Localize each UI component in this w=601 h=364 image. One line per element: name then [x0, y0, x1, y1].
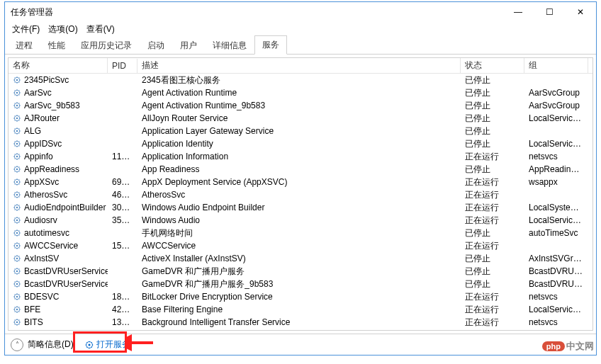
table-row[interactable]: AJRouterAllJoyn Router Service已停止LocalSe…: [9, 112, 592, 125]
table-header: 名称 PID 描述 状态 组: [9, 58, 592, 74]
cell-desc: AllJoyn Router Service: [137, 113, 461, 124]
svg-point-3: [16, 92, 18, 94]
table-row[interactable]: AarSvcAgent Activation Runtime已停止AarSvcG…: [9, 86, 592, 99]
table-row[interactable]: AudioEndpointBuilder3084Windows Audio En…: [9, 201, 592, 214]
service-gear-icon: [13, 318, 21, 326]
cell-pid: [108, 92, 137, 93]
cell-desc: Windows Audio: [137, 215, 461, 226]
task-manager-window: 任务管理器 — ☐ ✕ 文件(F) 选项(O) 查看(V) 进程性能应用历史记录…: [4, 1, 597, 356]
svg-point-11: [16, 143, 18, 145]
table-body[interactable]: 2345PicSvc2345看图王核心服务已停止AarSvcAgent Acti…: [9, 74, 592, 330]
svg-point-33: [16, 283, 18, 285]
minimize-button[interactable]: —: [502, 2, 534, 22]
table-row[interactable]: BFE4228Base Filtering Engine正在运行LocalSer…: [9, 303, 592, 316]
table-row[interactable]: BluetoothUserService蓝牙用户支持服务已停止BthAppGro…: [9, 329, 592, 330]
cell-status: 正在运行: [461, 316, 524, 329]
table-row[interactable]: BcastDVRUserServiceGameDVR 和广播用户服务已停止Bca…: [9, 265, 592, 278]
cell-name: AtherosSvc: [9, 189, 108, 200]
cell-desc: Application Identity: [137, 138, 461, 149]
cell-group: AxInstSVGro...: [524, 253, 588, 264]
header-pid[interactable]: PID: [108, 59, 137, 73]
cell-pid: [108, 232, 137, 234]
cell-name: Audiosrv: [9, 215, 108, 226]
cell-pid: 6936: [108, 176, 137, 188]
table-row[interactable]: autotimesvc手机网络时间已停止autoTimeSvc: [9, 227, 592, 239]
cell-pid: [108, 79, 137, 81]
cell-name: BFE: [9, 304, 108, 315]
cell-name: BcastDVRUserService: [9, 266, 108, 277]
tab-5[interactable]: 详细信息: [205, 36, 254, 55]
service-gear-icon: [13, 178, 21, 186]
svg-point-27: [16, 245, 18, 247]
cell-group: LocalService...: [524, 138, 588, 149]
tab-2[interactable]: 应用历史记录: [73, 36, 140, 55]
table-row[interactable]: AarSvc_9b583Agent Activation Runtime_9b5…: [9, 99, 592, 112]
cell-status: 已停止: [461, 278, 524, 291]
table-row[interactable]: 2345PicSvc2345看图王核心服务已停止: [9, 74, 592, 86]
menu-options[interactable]: 选项(O): [45, 22, 80, 37]
cell-status: 正在运行: [461, 150, 524, 164]
cell-status: 正在运行: [461, 188, 524, 202]
header-status[interactable]: 状态: [461, 57, 524, 74]
watermark-text: 中文网: [566, 340, 594, 353]
cell-name: AarSvc_9b583: [9, 100, 108, 111]
service-gear-icon: [13, 140, 21, 148]
cell-desc: Agent Activation Runtime: [137, 87, 461, 98]
cell-status: 已停止: [461, 74, 524, 87]
cell-name: ALG: [9, 125, 108, 137]
table-row[interactable]: AppIDSvcApplication Identity已停止LocalServ…: [9, 137, 592, 150]
tab-4[interactable]: 用户: [172, 36, 205, 55]
table-row[interactable]: AtherosSvc4668AtherosSvc正在运行: [9, 188, 592, 201]
brief-info-toggle[interactable]: ˄ 简略信息(D): [11, 339, 74, 351]
cell-desc: 蓝牙用户支持服务: [137, 329, 461, 331]
open-services-link[interactable]: 打开服务: [79, 336, 136, 353]
tab-1[interactable]: 性能: [40, 36, 73, 55]
tab-6[interactable]: 服务: [254, 35, 287, 55]
header-group[interactable]: 组: [524, 57, 588, 74]
cell-group: LocalService...: [524, 304, 588, 315]
svg-point-7: [16, 118, 18, 120]
cell-status: 正在运行: [461, 303, 524, 317]
table-row[interactable]: Appinfo11832Application Information正在运行n…: [9, 150, 592, 163]
tab-3[interactable]: 启动: [140, 36, 172, 55]
service-gear-icon: [13, 152, 21, 161]
cell-group: netsvcs: [524, 151, 588, 162]
table-row[interactable]: BITS13164Background Intelligent Transfer…: [9, 316, 592, 329]
header-name[interactable]: 名称: [9, 57, 108, 74]
table-row[interactable]: AppXSvc6936AppX Deployment Service (AppX…: [9, 176, 592, 188]
svg-point-19: [16, 194, 18, 196]
table-row[interactable]: BcastDVRUserService_9b...GameDVR 和广播用户服务…: [9, 278, 592, 290]
cell-status: 已停止: [461, 112, 524, 125]
cell-pid: [108, 143, 137, 144]
svg-point-21: [16, 207, 18, 209]
tab-0[interactable]: 进程: [8, 36, 40, 55]
cell-group: LocalService...: [524, 215, 588, 226]
close-button[interactable]: ✕: [565, 2, 596, 22]
table-row[interactable]: AWCCService15164AWCCService正在运行: [9, 239, 592, 252]
menu-view[interactable]: 查看(V): [84, 22, 118, 37]
cell-name: AppXSvc: [9, 176, 108, 188]
gear-icon: [85, 341, 94, 349]
svg-point-23: [16, 220, 18, 222]
maximize-button[interactable]: ☐: [534, 2, 565, 22]
cell-status: 已停止: [461, 252, 524, 266]
table-row[interactable]: BDESVC1848BitLocker Drive Encryption Ser…: [9, 290, 592, 303]
table-row[interactable]: AxInstSVActiveX Installer (AxInstSV)已停止A…: [9, 252, 592, 265]
cell-name: AarSvc: [9, 87, 108, 98]
cell-desc: Base Filtering Engine: [137, 304, 461, 315]
cell-pid: [108, 130, 137, 132]
header-desc[interactable]: 描述: [137, 57, 461, 74]
watermark-badge: php 中文网: [542, 340, 594, 353]
table-row[interactable]: ALGApplication Layer Gateway Service已停止: [9, 125, 592, 137]
menu-file[interactable]: 文件(F): [9, 22, 43, 37]
cell-group: AppReadiness: [524, 164, 588, 175]
cell-pid: 3084: [108, 202, 137, 213]
cell-desc: Agent Activation Runtime_9b583: [137, 100, 461, 111]
brief-info-label: 简略信息(D): [28, 339, 74, 351]
cell-desc: Windows Audio Endpoint Builder: [137, 202, 461, 213]
cell-name: AudioEndpointBuilder: [9, 202, 108, 213]
table-row[interactable]: Audiosrv3512Windows Audio正在运行LocalServic…: [9, 214, 592, 227]
cell-name: BluetoothUserService: [9, 329, 108, 330]
table-row[interactable]: AppReadinessApp Readiness已停止AppReadiness: [9, 163, 592, 176]
service-gear-icon: [13, 216, 21, 224]
